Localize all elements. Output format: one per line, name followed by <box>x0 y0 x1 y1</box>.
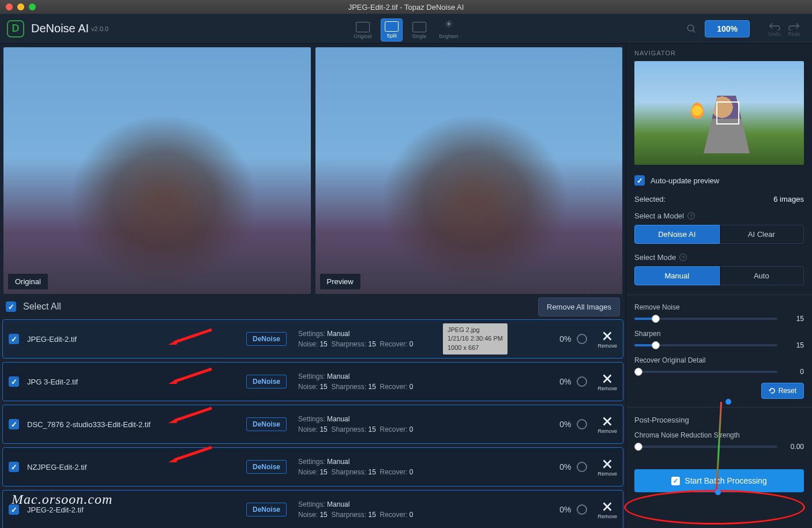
view-single-button[interactable]: Single <box>408 20 430 42</box>
navigator-thumbnail[interactable] <box>634 61 804 165</box>
progress-percent: 0% <box>559 334 571 344</box>
brighten-icon: ☀ <box>442 18 456 32</box>
reset-label: Reset <box>779 387 796 395</box>
zoom-level-button[interactable]: 100% <box>705 20 750 37</box>
remove-row-button[interactable]: Remove <box>597 330 617 349</box>
row-checkbox[interactable] <box>9 462 19 472</box>
remove-noise-slider[interactable] <box>634 318 777 320</box>
view-single-label: Single <box>412 33 426 39</box>
recover-value: 0 <box>784 368 804 376</box>
recover-label: Recover Original Detail <box>634 356 804 364</box>
redo-label: Redo <box>788 31 800 37</box>
select-all-bar: Select All Remove All Images <box>0 294 626 319</box>
progress-radio <box>577 376 587 387</box>
navigator-figure <box>704 96 750 153</box>
start-batch-label: Start Batch Processing <box>685 476 766 485</box>
brighten-button[interactable]: ☀ Brighten <box>435 16 462 42</box>
denoise-button[interactable]: DeNoise <box>246 503 287 516</box>
help-icon[interactable]: ? <box>687 212 695 220</box>
preview-badge: Preview <box>320 274 360 289</box>
remove-all-button[interactable]: Remove All Images <box>538 297 620 316</box>
mode-manual-button[interactable]: Manual <box>634 266 720 285</box>
denoise-button[interactable]: DeNoise <box>246 417 287 431</box>
row-checkbox[interactable] <box>9 419 19 429</box>
redo-button[interactable]: Redo <box>788 21 800 37</box>
file-meta: Settings: Manual Noise: 15 Sharpness: 15… <box>298 499 559 520</box>
close-icon <box>601 415 614 428</box>
sharpen-slider[interactable] <box>634 344 777 346</box>
file-row[interactable]: DSC_7876 2-studio333-Edit-Edit-2.tif DeN… <box>2 405 623 444</box>
preview-processed-panel[interactable]: Preview <box>315 47 623 294</box>
close-icon <box>601 372 614 385</box>
file-name: NZJPEG-Edit-2.tif <box>27 463 246 472</box>
select-all-checkbox[interactable] <box>6 301 16 312</box>
mode-auto-button[interactable]: Auto <box>720 266 805 285</box>
select-all-label: Select All <box>23 301 61 312</box>
remove-label: Remove <box>597 386 617 391</box>
svg-point-0 <box>687 25 694 31</box>
row-checkbox[interactable] <box>9 504 19 515</box>
remove-row-button[interactable]: Remove <box>597 500 617 519</box>
file-row[interactable]: NZJPEG-Edit-2.tif DeNoise Settings: Manu… <box>2 447 623 486</box>
progress-percent: 0% <box>559 462 571 472</box>
remove-noise-label: Remove Noise <box>634 303 804 311</box>
close-icon <box>601 458 614 470</box>
original-badge: Original <box>8 274 48 289</box>
row-checkbox[interactable] <box>9 376 19 387</box>
selected-label: Selected: <box>634 195 666 203</box>
minimize-window-icon[interactable] <box>17 3 24 10</box>
remove-row-button[interactable]: Remove <box>597 415 617 434</box>
help-icon[interactable]: ? <box>679 254 687 261</box>
chroma-value: 0.00 <box>784 443 804 451</box>
model-aiclear-button[interactable]: AI Clear <box>720 225 805 244</box>
denoise-button[interactable]: DeNoise <box>246 375 287 389</box>
post-processing-label: Post-Processing <box>634 416 689 424</box>
sharpen-label: Sharpen <box>634 330 804 338</box>
auto-update-row: Auto-update preview <box>634 175 804 186</box>
remove-noise-value: 15 <box>784 315 804 323</box>
file-row[interactable]: JPEG-2-Edit-2.tif DeNoise Settings: Manu… <box>2 490 623 528</box>
remove-label: Remove <box>597 343 617 349</box>
remove-row-button[interactable]: Remove <box>597 458 617 477</box>
remove-label: Remove <box>597 514 617 519</box>
app-logo-icon: D <box>7 20 24 37</box>
progress-percent: 0% <box>559 377 571 386</box>
top-toolbar: D DeNoise AI v2.0.0 Original Split Singl… <box>0 14 812 44</box>
remove-row-button[interactable]: Remove <box>597 372 617 391</box>
search-icon[interactable] <box>686 24 697 34</box>
recover-slider[interactable] <box>634 371 777 373</box>
mode-segment: Manual Auto <box>634 266 804 285</box>
undo-button[interactable]: Undo <box>768 21 781 37</box>
select-model-label: Select a Model <box>634 212 684 220</box>
app-version: v2.0.0 <box>91 25 108 32</box>
denoise-button[interactable]: DeNoise <box>246 460 287 474</box>
progress-percent: 0% <box>559 420 571 429</box>
row-checkbox[interactable] <box>9 334 19 344</box>
file-name: DSC_7876 2-studio333-Edit-Edit-2.tif <box>27 420 246 429</box>
remove-label: Remove <box>597 471 617 477</box>
chroma-slider[interactable] <box>634 446 777 448</box>
view-split-button[interactable]: Split <box>381 18 403 42</box>
maximize-window-icon[interactable] <box>29 3 36 10</box>
file-list: JPEG-Edit-2.tif DeNoise Settings: Manual… <box>0 319 626 528</box>
file-row[interactable]: JPG 3-Edit-2.tif DeNoise Settings: Manua… <box>2 362 623 401</box>
undo-label: Undo <box>768 31 781 37</box>
progress-percent: 0% <box>559 505 571 514</box>
denoise-button[interactable]: DeNoise <box>246 332 287 346</box>
start-batch-button[interactable]: Start Batch Processing <box>634 469 804 492</box>
preview-original-panel[interactable]: Original <box>3 47 311 294</box>
file-meta: Settings: Manual Noise: 15 Sharpness: 15… <box>298 329 559 349</box>
model-denoise-button[interactable]: DeNoise AI <box>634 225 720 244</box>
progress-radio <box>577 462 587 472</box>
view-original-button[interactable]: Original <box>350 20 375 42</box>
navigator-balloon <box>691 103 704 119</box>
auto-update-checkbox[interactable] <box>634 175 645 186</box>
zoom-area: 100% Undo Redo <box>686 20 805 37</box>
close-window-icon[interactable] <box>6 3 13 10</box>
file-row[interactable]: JPEG-Edit-2.tif DeNoise Settings: Manual… <box>2 319 623 359</box>
window-titlebar: JPEG-Edit-2.tif - Topaz DeNoise AI <box>0 0 812 14</box>
model-segment: DeNoise AI AI Clear <box>634 225 804 244</box>
reset-button[interactable]: Reset <box>761 383 804 399</box>
window-title: JPEG-Edit-2.tif - Topaz DeNoise AI <box>348 3 464 12</box>
file-meta: Settings: Manual Noise: 15 Sharpness: 15… <box>298 414 559 435</box>
